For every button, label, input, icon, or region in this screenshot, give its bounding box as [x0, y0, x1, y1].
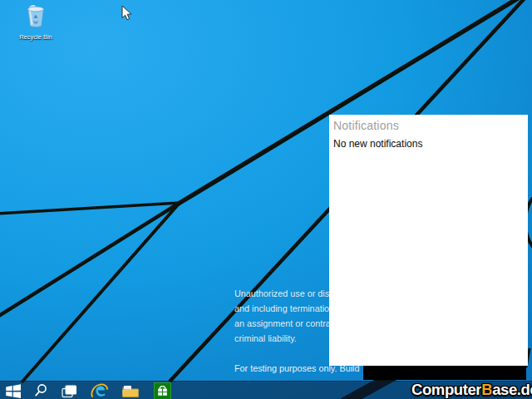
file-explorer-icon	[121, 384, 140, 398]
computerbase-watermark-accent: B	[481, 381, 492, 398]
notifications-title: Notifications	[333, 119, 399, 132]
computerbase-watermark-prefix: Computer	[411, 381, 481, 398]
mouse-cursor	[121, 5, 133, 22]
start-button[interactable]	[2, 382, 24, 399]
notifications-empty-message: No new notifications	[333, 138, 422, 150]
recycle-bin-shortcut[interactable]: Recycle Bin	[12, 2, 60, 39]
internet-explorer-button[interactable]	[89, 382, 111, 399]
recycle-bin-icon	[23, 2, 48, 30]
file-explorer-button[interactable]	[120, 382, 141, 399]
dark-window-strip	[363, 366, 526, 380]
desktop-screen: Unauthorized use or disclosure and inclu…	[0, 0, 532, 399]
store-button[interactable]	[151, 382, 173, 399]
task-view-icon	[61, 384, 77, 398]
task-view-button[interactable]	[58, 382, 80, 399]
store-icon	[154, 382, 171, 399]
computerbase-watermark: ComputerBase.de	[411, 382, 532, 397]
computerbase-watermark-suffix: ase.de	[492, 381, 532, 398]
windows-logo-icon	[5, 384, 22, 398]
recycle-bin-label: Recycle Bin	[12, 34, 60, 41]
search-icon	[33, 383, 48, 398]
internet-explorer-icon	[91, 382, 109, 399]
search-button[interactable]	[30, 382, 52, 399]
notification-center-flyout: Notifications No new notifications	[329, 115, 528, 366]
